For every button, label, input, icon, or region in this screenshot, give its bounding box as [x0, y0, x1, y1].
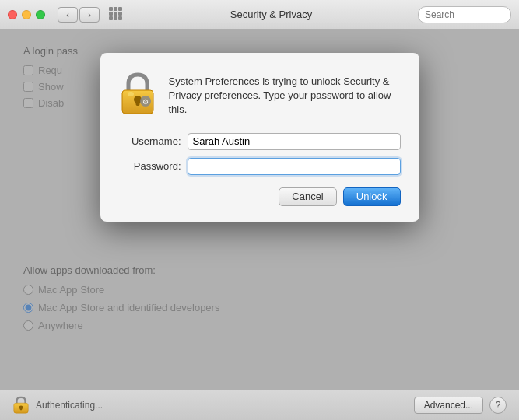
svg-point-3 [128, 92, 134, 96]
forward-button[interactable]: › [79, 7, 100, 23]
advanced-button[interactable]: Advanced... [414, 397, 483, 414]
svg-rect-2 [135, 100, 139, 106]
password-input[interactable] [188, 158, 401, 175]
username-input[interactable] [188, 133, 401, 150]
traffic-lights [8, 10, 45, 19]
unlock-dialog: ⚙ System Preferences is trying to unlock… [100, 53, 419, 222]
lock-icon: ⚙ [119, 72, 156, 117]
authenticating-text: Authenticating... [36, 400, 408, 411]
unlock-button[interactable]: Unlock [343, 187, 401, 206]
username-label: Username: [119, 135, 181, 147]
password-label: Password: [119, 160, 181, 172]
modal-header: ⚙ System Preferences is trying to unlock… [119, 72, 401, 117]
close-button[interactable] [8, 10, 17, 19]
bottom-bar: Authenticating... Advanced... ? [0, 389, 519, 420]
username-row: Username: [119, 133, 401, 150]
grid-icon[interactable] [109, 7, 124, 23]
back-button[interactable]: ‹ [58, 7, 78, 23]
modal-message: System Preferences is trying to unlock S… [169, 72, 401, 117]
main-content: A login pass Requ Show Disab Allow apps … [0, 30, 519, 389]
svg-text:⚙: ⚙ [142, 98, 149, 106]
lock-icon-bottom [12, 396, 30, 415]
svg-rect-8 [20, 407, 23, 410]
password-row: Password: [119, 158, 401, 175]
search-input[interactable] [418, 6, 511, 23]
window-title: Security & Privacy [131, 9, 412, 20]
cancel-button[interactable]: Cancel [279, 187, 336, 206]
nav-buttons: ‹ › [58, 7, 100, 23]
modal-buttons: Cancel Unlock [119, 187, 401, 206]
help-button[interactable]: ? [489, 397, 507, 414]
maximize-button[interactable] [36, 10, 45, 19]
title-bar: ‹ › Security & Privacy [0, 0, 519, 30]
minimize-button[interactable] [22, 10, 31, 19]
modal-overlay: ⚙ System Preferences is trying to unlock… [0, 30, 519, 389]
